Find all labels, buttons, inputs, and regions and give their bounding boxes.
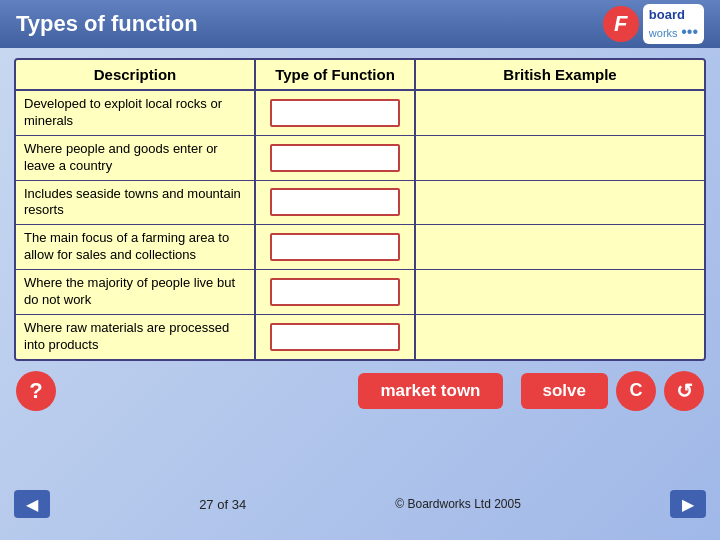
row2-type-input[interactable]: [270, 144, 400, 172]
col-header-type: Type of Function: [256, 60, 416, 89]
market-town-button[interactable]: market town: [358, 373, 502, 409]
row6-description: Where raw materials are processed into p…: [16, 315, 256, 359]
row6-type-input[interactable]: [270, 323, 400, 351]
copyright: © Boardworks Ltd 2005: [395, 497, 521, 511]
logo-area: F boardworks •••: [603, 4, 704, 45]
row4-type-cell: [256, 225, 416, 269]
row1-british: [416, 91, 704, 135]
table-row: Where people and goods enter or leave a …: [16, 136, 704, 181]
solve-button[interactable]: solve: [521, 373, 608, 409]
row1-type-cell: [256, 91, 416, 135]
col-header-british: British Example: [416, 60, 704, 89]
row6-british: [416, 315, 704, 359]
row2-british: [416, 136, 704, 180]
row2-description: Where people and goods enter or leave a …: [16, 136, 256, 180]
row4-british: [416, 225, 704, 269]
row1-description: Developed to exploit local rocks or mine…: [16, 91, 256, 135]
boardworks-logo: boardworks •••: [643, 4, 704, 45]
row5-type-cell: [256, 270, 416, 314]
row5-description: Where the majority of people live but do…: [16, 270, 256, 314]
app-container: Types of function F boardworks ••• Descr…: [0, 0, 720, 520]
footer: ◀ 27 of 34 © Boardworks Ltd 2005 ▶: [0, 488, 720, 520]
col-header-description: Description: [16, 60, 256, 89]
row3-description: Includes seaside towns and mountain reso…: [16, 181, 256, 225]
page-info: 27 of 34: [199, 497, 246, 512]
prev-page-button[interactable]: ◀: [14, 490, 50, 518]
row3-type-cell: [256, 181, 416, 225]
table-row: Where raw materials are processed into p…: [16, 315, 704, 359]
row6-type-cell: [256, 315, 416, 359]
row1-type-input[interactable]: [270, 99, 400, 127]
clear-button[interactable]: C: [616, 371, 656, 411]
row5-british: [416, 270, 704, 314]
row3-type-input[interactable]: [270, 188, 400, 216]
row4-description: The main focus of a farming area to allo…: [16, 225, 256, 269]
table-container: Description Type of Function British Exa…: [14, 58, 706, 361]
header: Types of function F boardworks •••: [0, 0, 720, 48]
table-header: Description Type of Function British Exa…: [16, 60, 704, 91]
table-row: Developed to exploit local rocks or mine…: [16, 91, 704, 136]
undo-button[interactable]: ↺: [664, 371, 704, 411]
table-row: Includes seaside towns and mountain reso…: [16, 181, 704, 226]
page-title: Types of function: [16, 11, 198, 37]
main-content: Description Type of Function British Exa…: [0, 48, 720, 488]
row3-british: [416, 181, 704, 225]
row5-type-input[interactable]: [270, 278, 400, 306]
row4-type-input[interactable]: [270, 233, 400, 261]
table-row: The main focus of a farming area to allo…: [16, 225, 704, 270]
flash-logo-icon: F: [603, 6, 639, 42]
help-button[interactable]: ?: [16, 371, 56, 411]
next-page-button[interactable]: ▶: [670, 490, 706, 518]
row2-type-cell: [256, 136, 416, 180]
table-row: Where the majority of people live but do…: [16, 270, 704, 315]
bottom-controls: ? market town solve C ↺: [14, 371, 706, 411]
